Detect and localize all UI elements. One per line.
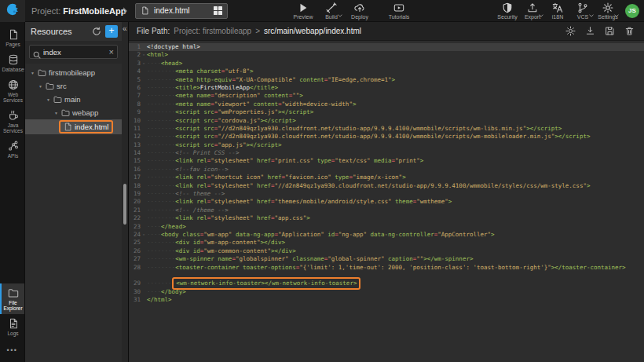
gutter-space	[141, 141, 147, 149]
chevron-down-icon[interactable]: ▼	[46, 97, 51, 102]
topbar-vcs-button[interactable]: VCS	[570, 2, 595, 20]
code-line-8[interactable]: 8········<meta name="viewport" content="…	[129, 101, 644, 108]
rail-item-label: File Explorer	[2, 300, 24, 311]
code-line-12[interactable]: 12········<script src="//d2n849qz1ya930.…	[129, 133, 644, 141]
project-breadcrumb[interactable]: Project: FirstMobileApp	[25, 6, 119, 16]
grid-view-icon[interactable]	[214, 6, 222, 15]
rail-item-databases[interactable]: Databases	[0, 50, 24, 75]
tree-item-webapp[interactable]: ▼webapp	[25, 106, 122, 119]
refresh-icon[interactable]	[92, 27, 101, 36]
folder-icon	[61, 108, 70, 117]
gutter-space	[141, 296, 147, 304]
line-number: 24	[129, 231, 141, 239]
topbar-preview-button[interactable]: Preview	[289, 2, 317, 20]
code-line-23[interactable]: 23····</head>	[129, 223, 644, 231]
line-number: 16	[129, 166, 141, 174]
code-line-2[interactable]: 2-<html>	[129, 51, 644, 59]
settings-icon[interactable]	[565, 26, 576, 36]
tab-index-html[interactable]: index.html	[135, 3, 228, 19]
tree-item-firstmobileapp[interactable]: ▼firstmobileapp	[25, 66, 122, 79]
code-line-25[interactable]: 25········<div id="wm-app-content"></div…	[129, 239, 644, 247]
code-line-28[interactable]: 28········<toaster-container toaster-opt…	[129, 264, 644, 272]
add-resource-button[interactable]: +	[105, 25, 118, 38]
code-line-19[interactable]: 19········<!-- theme -->	[129, 190, 644, 198]
tree-item-src[interactable]: ▼src	[25, 79, 122, 93]
gear-icon	[602, 2, 613, 13]
topbar: Project: FirstMobileApp index.html Previ…	[0, 0, 644, 22]
topbar-security-button[interactable]: Security	[495, 2, 520, 20]
delete-icon[interactable]	[624, 26, 635, 36]
rail-more-button[interactable]: •••	[0, 339, 24, 362]
topbar-i18n-button[interactable]: i18N	[545, 2, 570, 20]
fold-marker-icon[interactable]: -	[141, 231, 147, 239]
chevron-down-icon[interactable]: ▼	[31, 71, 35, 75]
topbar-settings-button[interactable]: Settings	[595, 2, 620, 20]
user-avatar[interactable]: JS	[625, 4, 639, 18]
code-line-10[interactable]: 10········<script src="cordova.js"></scr…	[129, 117, 644, 125]
tree-item-label: main	[64, 95, 81, 104]
page-icon	[8, 29, 19, 40]
code-line-13[interactable]: 13········<script src="app.js"></script>	[129, 141, 644, 149]
code-line-18[interactable]: 18········<link rel="stylesheet" href="/…	[129, 182, 644, 190]
gutter-space	[141, 280, 147, 287]
code-line-9[interactable]: 9········<script src="wmProperties.js"><…	[129, 108, 644, 116]
code-line-20[interactable]: 20········<link rel="stylesheet" href="t…	[129, 198, 644, 206]
chevron-down-icon[interactable]: ▼	[38, 84, 43, 89]
topbar-export-button[interactable]: Export	[520, 2, 545, 20]
code-line-29[interactable]: 29········<wm-network-info-toaster></wm-…	[129, 280, 644, 287]
code-line-27[interactable]: 27········<wm-spinner name="globalspinne…	[129, 255, 644, 263]
tree-item-main[interactable]: ▼main	[25, 93, 122, 106]
rail-item-web-services[interactable]: Web Services	[0, 75, 24, 106]
code-line-22[interactable]: 22········<link rel="stylesheet" href="a…	[129, 214, 644, 222]
chevron-down-icon[interactable]: ▼	[54, 111, 59, 115]
tree-item-label: webapp	[72, 108, 98, 117]
code-line-31[interactable]: 31</html>	[129, 296, 644, 304]
code-lines[interactable]: 1<!doctype html>2-<html>3-····<head>4···…	[129, 41, 644, 362]
line-number: 22	[129, 214, 141, 222]
code-line-16[interactable]: 16········<!--fav icon-->	[129, 166, 644, 174]
save-icon[interactable]	[605, 26, 615, 36]
rail-item-java-services[interactable]: Java Services	[0, 106, 24, 137]
gutter-space	[141, 117, 147, 125]
code-line-14[interactable]: 14········<!-- Print CSS -->	[129, 149, 644, 157]
code-line-17[interactable]: 17········<link rel="shortcut icon" href…	[129, 174, 644, 181]
code-line-26[interactable]: 26········<div id="wm-common-content"></…	[129, 247, 644, 255]
search-input[interactable]	[43, 48, 107, 57]
app-logo[interactable]	[0, 0, 25, 22]
export-icon	[527, 2, 538, 13]
code-line-11[interactable]: 11········<script src="//d2n849qz1ya930.…	[129, 125, 644, 133]
code-text: ········<script src="app.js"></script>	[147, 141, 282, 149]
fold-marker-icon[interactable]: -	[141, 60, 147, 68]
code-line-3[interactable]: 3-····<head>	[129, 60, 644, 68]
topbar-deploy-button[interactable]: Deploy	[346, 2, 374, 20]
line-number: 21	[129, 207, 141, 214]
fold-marker-icon[interactable]: -	[141, 51, 147, 59]
rail-item-apis[interactable]: APIs	[0, 137, 24, 162]
download-icon[interactable]	[585, 26, 595, 36]
rail-item-label: Web Services	[2, 92, 24, 103]
line-number: 19	[129, 190, 141, 198]
code-text: ····</head>	[147, 223, 186, 231]
rail-item-pages[interactable]: Pages	[0, 25, 24, 50]
code-line-1[interactable]: 1<!doctype html>	[129, 43, 644, 51]
rail-item-logs[interactable]: Logs	[0, 314, 24, 339]
panel-scrollbar[interactable]	[123, 184, 126, 225]
code-text: ····<head>	[147, 60, 182, 68]
code-line-4[interactable]: 4········<meta charset="utf-8">	[129, 68, 644, 75]
collapse-panel-icon[interactable]: «	[123, 24, 127, 33]
tree-item-index-html[interactable]: index.html	[25, 119, 122, 134]
panel-strip: «	[122, 22, 129, 362]
topbar-tutorials-button[interactable]: Tutorials	[385, 2, 413, 20]
tutorials-icon	[393, 2, 404, 13]
rail-item-file-explorer[interactable]: File Explorer	[0, 283, 24, 314]
topbar-build-button[interactable]: Build	[317, 2, 346, 20]
code-line-5[interactable]: 5········<meta http-equiv="X-UA-Compatib…	[129, 76, 644, 84]
code-line-15[interactable]: 15········<link rel="stylesheet" href="p…	[129, 157, 644, 165]
code-line-6[interactable]: 6········<title>FirstMobileApp</title>	[129, 84, 644, 92]
gutter-space	[141, 207, 147, 214]
code-line-7[interactable]: 7········<meta name="description" conten…	[129, 92, 644, 100]
clear-search-icon[interactable]: ×	[109, 48, 114, 56]
code-line-21[interactable]: 21········<!-- /theme -->	[129, 207, 644, 214]
code-text: ········<link rel="shortcut icon" href="…	[147, 174, 406, 181]
code-line-24[interactable]: 24-····<body class="wm-app" data-ng-app=…	[129, 231, 644, 239]
